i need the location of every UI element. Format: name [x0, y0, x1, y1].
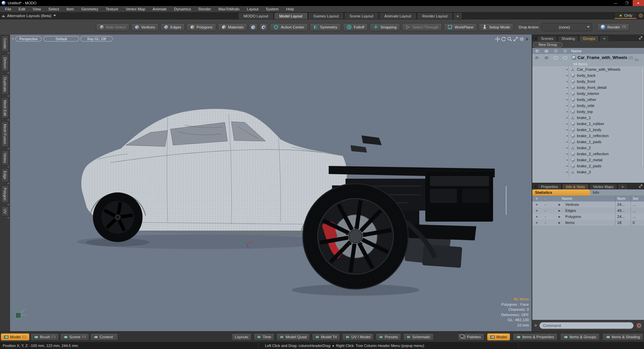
name-column-header[interactable]: Name	[571, 49, 582, 53]
layout-switch-button[interactable]: Time	[254, 333, 274, 341]
num-column-header[interactable]: Num	[617, 196, 625, 200]
disclosure-arrow-icon[interactable]: ▶	[558, 209, 560, 212]
side-tool-tab[interactable]: Polygon	[1, 185, 9, 203]
tree-item-row[interactable]: brake_1	[532, 115, 644, 121]
menu-item[interactable]: Animate	[149, 6, 170, 12]
layout-switch-button[interactable]: Schematic	[403, 333, 434, 341]
viewport-shading-button[interactable]: Default	[44, 36, 79, 42]
panel-tab[interactable]: Shading	[558, 36, 579, 41]
menu-item[interactable]: View	[29, 6, 45, 12]
render-column-icon[interactable]	[542, 50, 551, 52]
tree-item-row[interactable]: body_interior	[532, 91, 644, 97]
expand-panel-icon[interactable]	[639, 184, 643, 188]
menu-item[interactable]: File	[1, 6, 15, 12]
layout-switch-button[interactable]: Layouts	[231, 333, 252, 341]
menu-item[interactable]: MaxToModo	[215, 6, 243, 12]
side-tool-tab[interactable]: UV	[1, 206, 9, 217]
collapse-button[interactable]: -	[541, 202, 550, 207]
side-tool-tab[interactable]: Vertex	[1, 150, 9, 166]
tree-item-row[interactable]: brake_3	[532, 169, 644, 175]
side-tool-tab[interactable]: Deform	[1, 55, 9, 71]
tree-item-row[interactable]: body_front_detail	[532, 84, 644, 91]
command-history-icon[interactable]	[635, 322, 643, 329]
command-input[interactable]	[539, 322, 634, 329]
tree-item-row[interactable]: brake_1_reflection	[532, 133, 644, 139]
action-center-button[interactable]: Action Center	[270, 23, 308, 31]
statistics-row[interactable]: + - ▶ Polygons 24... ...	[532, 214, 644, 220]
workspace-button[interactable]: Scene F4	[60, 333, 89, 341]
tab-statistics[interactable]: Statistics	[532, 189, 590, 195]
layout-tab[interactable]: Model Layout	[274, 12, 308, 19]
layout-tab[interactable]: Games Layout	[308, 12, 344, 19]
visibility-column-icon[interactable]	[532, 50, 542, 52]
workspace-button[interactable]: Brush F3	[31, 333, 59, 341]
gear-icon[interactable]	[638, 13, 643, 18]
workspace-button[interactable]: Model F2	[1, 333, 30, 341]
layout-tab[interactable]: +	[453, 12, 462, 19]
disclosure-arrow-icon[interactable]: ▶	[558, 221, 560, 224]
side-tool-tab[interactable]: Mesh Edit	[1, 98, 9, 119]
layout-tab[interactable]: MODO Layout	[238, 12, 274, 19]
tree-item-row[interactable]: body_side	[532, 103, 644, 109]
menu-item[interactable]: Layout	[243, 6, 262, 12]
panel-tab[interactable]: Scenes	[537, 36, 557, 41]
tree-item-row[interactable]: brake_1_rubber	[532, 121, 644, 127]
layout-tab[interactable]: Render Layout	[417, 12, 453, 19]
collapse-left-icon[interactable]	[533, 37, 536, 40]
maximize-button[interactable]: ❐	[621, 0, 633, 6]
pan-icon[interactable]	[495, 37, 500, 42]
orbit-icon[interactable]	[501, 37, 506, 42]
edges-mode-button[interactable]: Edges	[160, 23, 185, 31]
snapping-button[interactable]: Snapping	[370, 23, 400, 31]
alternative-layouts-toggle[interactable]: Alternative Layouts (Beta)	[2, 12, 56, 19]
maximize-viewport-icon[interactable]	[513, 37, 518, 42]
close-button[interactable]: ✕	[633, 0, 644, 6]
layout-switch-button[interactable]: Model Quad	[276, 333, 310, 341]
menu-item[interactable]: Help	[282, 6, 298, 12]
side-tool-tab[interactable]: Mesh Fusion	[1, 121, 9, 147]
tree-item-row[interactable]: body_front	[532, 78, 644, 84]
only-filter-button[interactable]: ★ Only	[614, 12, 637, 19]
checkbox[interactable]	[551, 56, 560, 59]
collapse-button[interactable]: -	[541, 221, 550, 225]
name-column-header[interactable]: Name	[562, 196, 572, 200]
layout-tab[interactable]: Animate Layout	[379, 12, 417, 19]
collapse-left-icon[interactable]	[533, 185, 536, 188]
falloff-button[interactable]: Falloff	[343, 23, 368, 31]
zoom-icon[interactable]	[507, 37, 512, 42]
tree-item-row[interactable]: Car_Frame_with_Wheels	[532, 66, 644, 72]
navigation-gizmo[interactable]	[15, 308, 31, 319]
group-row[interactable]: Car_Frame_with_Wheels (2) : Gr...	[532, 54, 644, 61]
panel-collapse-arrow-icon[interactable]	[526, 38, 530, 41]
expand-button[interactable]: +	[532, 209, 541, 213]
layout-switch-button[interactable]: Presets	[376, 333, 401, 341]
tab-info[interactable]: Info	[590, 189, 644, 195]
tree-item-row[interactable]: body_top	[532, 109, 644, 115]
tree-item-row[interactable]: brake_2_metal	[532, 157, 644, 163]
filter-column-icon[interactable]	[551, 50, 560, 52]
panel-tab[interactable]: +	[599, 36, 609, 41]
menu-item[interactable]: System	[262, 6, 282, 12]
collapse-all-column[interactable]: -	[541, 196, 550, 200]
panel-tab[interactable]: Vertex Maps	[589, 184, 617, 189]
command-prompt[interactable]: >	[534, 323, 538, 328]
panel-switch-button[interactable]: Items & Groups	[560, 333, 600, 341]
statistics-row[interactable]: + - ▶ Edges 49... ...	[532, 208, 644, 214]
viewport-raygl-button[interactable]: Ray GL: Off	[80, 36, 113, 42]
tree-item-row[interactable]: brake_1_body	[532, 127, 644, 133]
tree-item-row[interactable]: brake_2	[532, 145, 644, 151]
panel-tab[interactable]: +	[618, 184, 627, 189]
expand-button[interactable]: +	[532, 215, 541, 219]
collapse-button[interactable]: -	[541, 209, 550, 213]
tree-scrollbar[interactable]	[641, 67, 644, 168]
panel-switch-button[interactable]: Items & Shading	[602, 333, 643, 341]
minimize-button[interactable]: —	[610, 0, 621, 6]
menu-item[interactable]: Geometry	[77, 6, 102, 12]
checkbox[interactable]	[560, 56, 570, 59]
viewport-projection-button[interactable]: Perspective	[15, 36, 42, 42]
eye-icon[interactable]	[532, 57, 542, 59]
expand-button[interactable]: +	[532, 202, 541, 207]
expand-button[interactable]: +	[532, 221, 541, 225]
statistics-row[interactable]: + - ▶ Vertices 24... ...	[532, 201, 644, 208]
collapse-button[interactable]: -	[541, 215, 550, 219]
